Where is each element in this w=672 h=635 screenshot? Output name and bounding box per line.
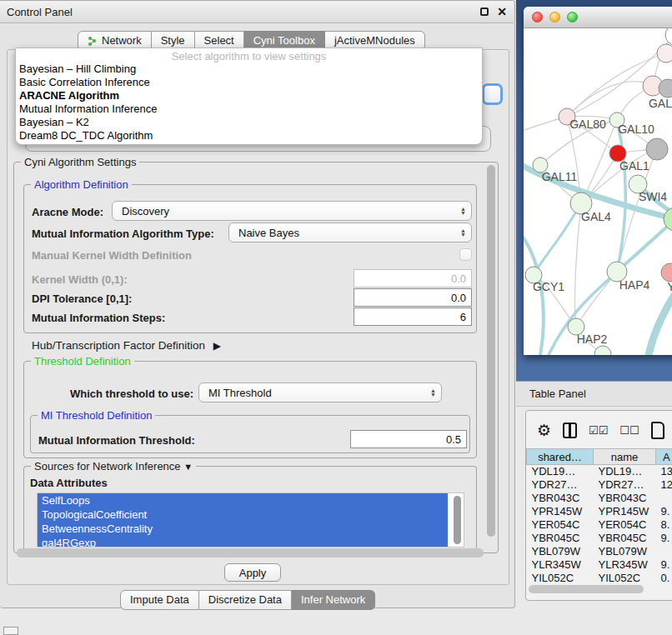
network-node[interactable] xyxy=(657,44,672,62)
tab-infer-network[interactable]: Infer Network xyxy=(292,590,375,610)
attributes-scrollbar[interactable] xyxy=(454,496,461,544)
bottom-tabs: Impute Data Discretize Data Infer Networ… xyxy=(120,590,375,610)
column-header-name[interactable]: name xyxy=(594,449,656,465)
close-traffic-light-icon[interactable] xyxy=(532,12,543,22)
algorithm-option[interactable]: Bayesian – Hill Climbing xyxy=(16,62,482,76)
table-row[interactable]: YER054CYER054C8. xyxy=(527,518,672,532)
table-row[interactable]: YIL052CYIL052C0. xyxy=(527,572,672,584)
algorithm-option[interactable]: Dream8 DC_TDC Algorithm xyxy=(16,129,482,142)
which-threshold-combobox[interactable]: MI Threshold ▲▼ xyxy=(198,382,442,402)
table-cell[interactable]: YBL079W xyxy=(594,545,656,558)
attribute-table[interactable]: shared… name A YDL19…YDL19…13YDR27…YDR27… xyxy=(526,448,672,583)
float-window-icon[interactable] xyxy=(480,8,489,16)
minimize-traffic-light-icon[interactable] xyxy=(549,12,560,22)
mi-type-combobox[interactable]: Naive Bayes ▲▼ xyxy=(228,222,472,242)
network-canvas[interactable]: GALGAL80GAL10GAL1GAL11SWI4GAL4GCY1HAP4YH… xyxy=(524,28,672,355)
table-cell[interactable]: YIL052C xyxy=(527,572,594,584)
table-row[interactable]: YLR345WYLR345W9. xyxy=(527,558,672,572)
table-cell[interactable]: 9. xyxy=(656,532,672,545)
tab-label: Discretize Data xyxy=(208,593,282,606)
algorithm-refresh-button[interactable] xyxy=(482,83,503,105)
table-cell[interactable]: YPR145W xyxy=(594,505,656,518)
table-cell[interactable]: YBR043C xyxy=(594,492,656,505)
gear-icon[interactable]: ⚙ xyxy=(537,421,551,440)
table-cell[interactable]: YDR27… xyxy=(527,478,594,492)
table-cell[interactable] xyxy=(656,492,672,505)
algorithm-option[interactable]: Bayesian – K2 xyxy=(16,116,482,129)
table-row[interactable]: YBR045CYBR045C9. xyxy=(527,532,672,545)
table-cell[interactable]: 13 xyxy=(656,465,672,478)
table-row[interactable]: YDL19…YDL19…13 xyxy=(527,465,672,478)
close-icon[interactable]: ✕ xyxy=(497,6,507,18)
table-row[interactable]: YBR043CYBR043C xyxy=(527,492,672,505)
settings-horizontal-scrollbar[interactable] xyxy=(17,548,484,558)
network-node[interactable] xyxy=(665,28,672,45)
expanded-arrow-icon: ▼ xyxy=(183,462,193,472)
column-header-a[interactable]: A xyxy=(656,449,672,465)
network-window-titlebar[interactable] xyxy=(524,7,672,28)
table-cell[interactable]: YLR345W xyxy=(594,558,656,572)
table-cell[interactable]: YIL052C xyxy=(594,572,656,584)
algorithm-option[interactable]: Basic Correlation Inference xyxy=(16,76,482,89)
table-cell[interactable]: YER054C xyxy=(527,518,594,532)
mi-steps-input[interactable]: 6 xyxy=(354,308,472,326)
settings-vertical-scrollbar[interactable] xyxy=(487,165,495,537)
zoom-traffic-light-icon[interactable] xyxy=(567,12,578,22)
checked-boxes-icon[interactable]: ☑☑ xyxy=(589,424,608,437)
table-cell[interactable] xyxy=(656,545,672,558)
table-cell[interactable]: YDR27… xyxy=(594,478,656,492)
hub-definition-toggle[interactable]: Hub/Transcription Factor Definition ▶ xyxy=(32,339,221,352)
algorithm-option[interactable]: Mutual Information Inference xyxy=(16,102,482,116)
apply-button[interactable]: Apply xyxy=(224,563,281,582)
network-node-label: SWI4 xyxy=(639,190,667,203)
tab-label: Impute Data xyxy=(130,593,189,606)
network-node-labels: GALGAL80GAL10GAL1GAL11SWI4GAL4GCY1HAP4YH… xyxy=(533,97,672,346)
tab-impute-data[interactable]: Impute Data xyxy=(120,590,199,610)
minimized-panel-icon[interactable] xyxy=(3,627,18,635)
page-icon[interactable] xyxy=(651,422,664,439)
table-cell[interactable]: YDL19… xyxy=(594,465,656,478)
attribute-item[interactable]: gal4RGexp xyxy=(38,536,448,548)
table-cell[interactable]: YBR045C xyxy=(594,532,656,545)
sources-group-title[interactable]: Sources for Network Inference ▼ xyxy=(31,460,196,472)
control-panel-titlebar[interactable]: Control Panel ✕ xyxy=(0,1,514,23)
column-header-shared-name[interactable]: shared… xyxy=(527,449,594,465)
kernel-width-input[interactable]: 0.0 xyxy=(354,269,472,288)
aracne-mode-combobox[interactable]: Discovery ▲▼ xyxy=(112,201,472,221)
network-view-window[interactable]: GALGAL80GAL10GAL1GAL11SWI4GAL4GCY1HAP4YH… xyxy=(524,7,672,355)
unchecked-boxes-icon[interactable]: ☐☐ xyxy=(619,424,639,437)
network-node[interactable] xyxy=(594,346,611,355)
table-cell[interactable]: 9. xyxy=(656,558,672,572)
table-cell[interactable]: YBR043C xyxy=(527,492,594,505)
table-cell[interactable]: 0. xyxy=(656,572,672,584)
table-cell[interactable]: YLR345W xyxy=(527,558,594,572)
tab-label: jActiveMNodules xyxy=(334,34,415,47)
tab-discretize-data[interactable]: Discretize Data xyxy=(199,590,292,610)
data-attributes-list[interactable]: SelfLoopsTopologicalCoefficientBetweenne… xyxy=(37,492,464,548)
table-header-row[interactable]: shared… name A xyxy=(527,449,672,465)
attribute-item[interactable]: TopologicalCoefficient xyxy=(38,508,448,522)
table-panel-titlebar[interactable]: Table Panel xyxy=(516,381,672,407)
attribute-item[interactable]: BetweennessCentrality xyxy=(38,522,448,536)
table-cell[interactable]: YDL19… xyxy=(527,465,594,478)
algorithm-dropdown-hint: Select algorithm to view settings xyxy=(16,48,482,62)
table-cell[interactable]: YPR145W xyxy=(527,505,594,518)
dpi-tolerance-input[interactable]: 0.0 xyxy=(354,288,472,307)
columns-icon[interactable] xyxy=(563,422,577,438)
table-row[interactable]: YDR27…YDR27…12 xyxy=(527,478,672,492)
table-cell[interactable]: YBL079W xyxy=(527,545,594,558)
table-row[interactable]: YBL079WYBL079W xyxy=(527,545,672,558)
network-node[interactable] xyxy=(646,138,668,160)
network-node[interactable] xyxy=(661,263,672,282)
table-horizontal-scrollbar[interactable] xyxy=(529,585,644,593)
table-cell[interactable]: 9. xyxy=(656,505,672,518)
algorithm-option[interactable]: ARACNE Algorithm xyxy=(16,89,482,102)
attribute-item[interactable]: SelfLoops xyxy=(38,493,448,508)
table-cell[interactable]: YER054C xyxy=(594,518,656,532)
mi-threshold-input[interactable]: 0.5 xyxy=(350,430,467,448)
table-cell[interactable]: 8. xyxy=(656,518,672,532)
table-cell[interactable]: 12 xyxy=(656,478,672,492)
table-row[interactable]: YPR145WYPR145W9. xyxy=(527,505,672,518)
manual-kernel-checkbox[interactable] xyxy=(459,248,472,261)
table-cell[interactable]: YBR045C xyxy=(527,532,594,545)
